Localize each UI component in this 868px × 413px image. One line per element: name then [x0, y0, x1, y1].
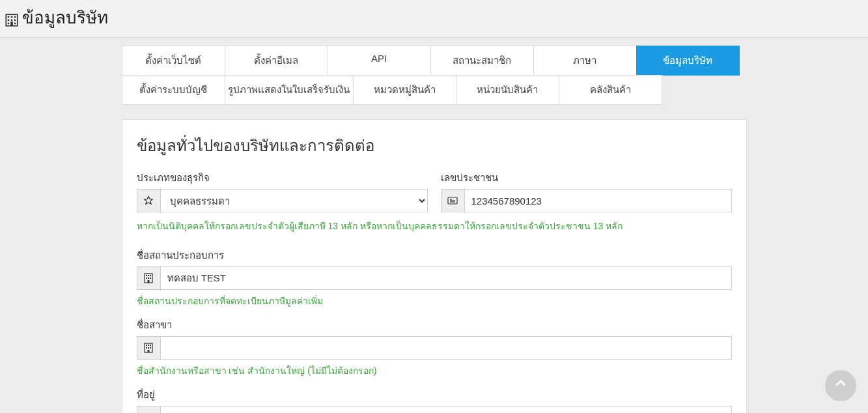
- svg-rect-19: [148, 278, 149, 279]
- tabs-row-2: ตั้งค่าระบบบัญชี รูปภาพแสดงในใบเสร็จรับเ…: [122, 75, 747, 105]
- tab-company-info[interactable]: ข้อมูลบริษัท: [636, 46, 740, 76]
- svg-rect-20: [150, 278, 151, 279]
- svg-rect-27: [148, 347, 149, 349]
- svg-rect-15: [146, 275, 147, 276]
- svg-rect-3: [14, 16, 16, 18]
- building-icon: [5, 11, 18, 24]
- tab-language[interactable]: ภาษา: [533, 46, 637, 76]
- svg-rect-6: [14, 19, 16, 21]
- building-small-icon-2: [137, 336, 160, 360]
- svg-rect-2: [11, 16, 13, 18]
- tab-website-settings[interactable]: ตั้งค่าเว็บไซต์: [122, 46, 225, 76]
- svg-rect-7: [8, 22, 10, 24]
- svg-rect-25: [150, 345, 151, 346]
- svg-rect-9: [10, 21, 13, 25]
- panel-title: ข้อมูลทั่วไปของบริษัทและการติดต่อ: [137, 133, 732, 158]
- svg-rect-24: [148, 345, 149, 346]
- business-type-select[interactable]: บุคคลธรรมดา: [160, 189, 428, 212]
- svg-rect-23: [146, 345, 147, 346]
- id-card-icon: [441, 189, 464, 212]
- scroll-to-top-button[interactable]: [825, 370, 856, 401]
- building-small-icon: [137, 266, 160, 290]
- tab-api[interactable]: API: [328, 46, 431, 76]
- company-name-input[interactable]: [160, 266, 732, 290]
- svg-rect-29: [148, 350, 150, 352]
- svg-rect-21: [148, 280, 150, 283]
- branch-name-input[interactable]: [160, 336, 732, 360]
- branch-name-label: ชื่อสาขา: [137, 317, 732, 333]
- svg-rect-5: [11, 19, 13, 21]
- svg-rect-16: [148, 275, 149, 276]
- company-panel: ข้อมูลทั่วไปของบริษัทและการติดต่อ ประเภท…: [122, 119, 747, 413]
- id-number-label: เลขประชาชน: [441, 170, 732, 186]
- tab-warehouse[interactable]: คลังสินค้า: [559, 75, 662, 105]
- svg-rect-4: [8, 19, 10, 21]
- id-number-input[interactable]: [464, 189, 732, 212]
- id-help-text: หากเป็นนิติบุคคลให้กรอกเลขประจำตัวผู้เสี…: [137, 219, 732, 233]
- tab-product-units[interactable]: หน่วยนับสินค้า: [456, 75, 559, 105]
- address-input[interactable]: [160, 406, 732, 413]
- page-title-container: ข้อมูลบริษัท: [5, 4, 863, 31]
- star-icon: [137, 189, 160, 212]
- tab-receipt-image[interactable]: รูปภาพแสดงในใบเสร็จรับเงิน: [225, 75, 354, 105]
- svg-rect-8: [14, 22, 16, 24]
- page-title: ข้อมูลบริษัท: [22, 4, 108, 31]
- company-name-help: ชื่อสถานประกอบการที่จดทะเบียนภาษีมูลค่าเ…: [137, 294, 732, 308]
- tab-email-settings[interactable]: ตั้งค่าอีเมล: [225, 46, 328, 76]
- content-wrapper: ตั้งค่าเว็บไซต์ ตั้งค่าอีเมล API สถานะสม…: [122, 38, 747, 413]
- page-header: ข้อมูลบริษัท: [0, 0, 868, 38]
- svg-rect-18: [146, 278, 147, 279]
- address-label: ที่อยู่: [137, 387, 732, 403]
- svg-rect-17: [150, 275, 151, 276]
- svg-rect-28: [150, 347, 151, 349]
- company-name-label: ชื่อสถานประกอบการ: [137, 248, 732, 263]
- map-pin-icon: [137, 406, 160, 413]
- svg-rect-26: [146, 347, 147, 349]
- business-type-label: ประเภทของธุรกิจ: [137, 170, 428, 186]
- branch-name-help: ชื่อสำนักงานหรือสาขา เช่น สำนักงานใหญ่ (…: [137, 363, 732, 378]
- chevron-up-icon: [833, 377, 848, 395]
- tabs-row-1: ตั้งค่าเว็บไซต์ ตั้งค่าอีเมล API สถานะสม…: [122, 46, 747, 76]
- tab-member-status[interactable]: สถานะสมาชิก: [430, 46, 534, 76]
- tab-product-categories[interactable]: หมวดหมู่สินค้า: [353, 75, 456, 105]
- tab-account-settings[interactable]: ตั้งค่าระบบบัญชี: [122, 75, 225, 105]
- svg-rect-1: [8, 16, 10, 18]
